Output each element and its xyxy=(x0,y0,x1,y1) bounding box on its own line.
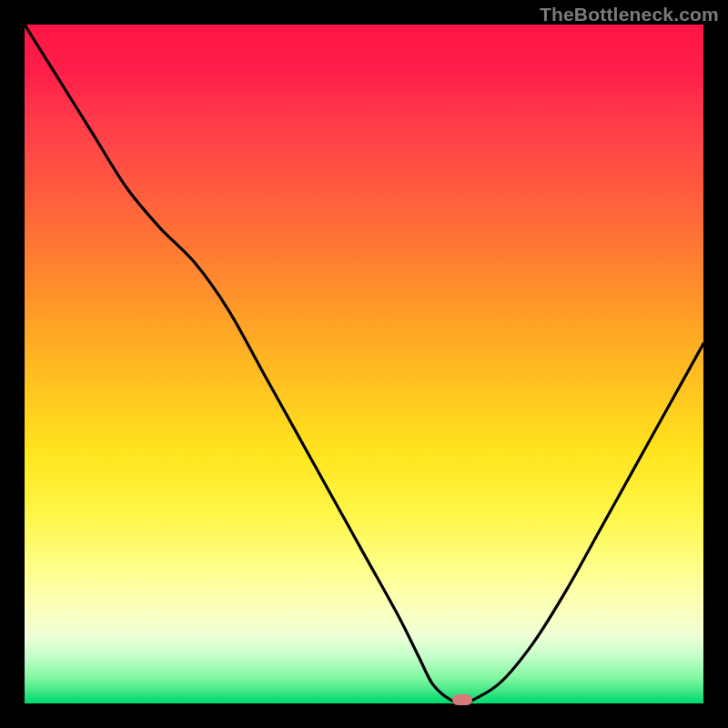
line-chart-svg xyxy=(25,25,703,703)
bottleneck-curve xyxy=(25,25,703,703)
chart-container: TheBottleneck.com xyxy=(0,0,728,728)
optimal-marker xyxy=(452,694,472,705)
watermark-text: TheBottleneck.com xyxy=(540,4,719,25)
plot-area xyxy=(25,25,703,703)
